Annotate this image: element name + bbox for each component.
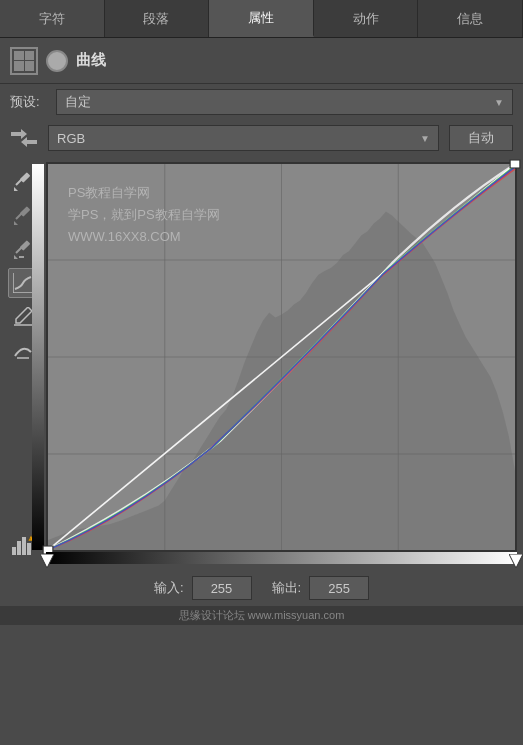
output-label: 输出: (272, 579, 302, 597)
svg-marker-10 (14, 255, 18, 259)
preset-row: 预设: 自定 ▼ (0, 84, 523, 120)
tab-properties[interactable]: 属性 (209, 0, 314, 37)
svg-line-3 (16, 179, 22, 185)
circle-mask-icon (46, 50, 68, 72)
curve-point-icon (13, 273, 33, 293)
input-group: 输入: 255 (154, 576, 252, 600)
histogram-warning-icon: ! (12, 535, 34, 555)
svg-marker-0 (11, 129, 27, 139)
svg-rect-2 (20, 172, 31, 183)
svg-marker-14 (16, 307, 32, 323)
gradient-bar-left (32, 164, 44, 550)
site-label: 思缘设计论坛 www.missyuan.com (0, 606, 523, 625)
gradient-bar-bottom (46, 552, 517, 564)
tab-info[interactable]: 信息 (418, 0, 523, 37)
adjustment-layer-icon (10, 47, 38, 75)
curves-grid (48, 164, 515, 550)
svg-rect-32 (510, 160, 520, 168)
svg-marker-34 (509, 554, 523, 568)
svg-marker-33 (40, 554, 54, 568)
smooth-icon (13, 342, 33, 360)
svg-rect-17 (12, 547, 16, 555)
channel-row: RGB ▼ 自动 (0, 120, 523, 156)
preset-select[interactable]: 自定 ▼ (56, 89, 513, 115)
auto-button[interactable]: 自动 (449, 125, 513, 151)
output-group: 输出: 255 (272, 576, 370, 600)
swap-arrows-icon (11, 127, 37, 149)
io-row: 输入: 255 输出: 255 (0, 570, 523, 606)
svg-rect-8 (20, 240, 31, 251)
svg-rect-18 (17, 541, 21, 555)
svg-line-9 (16, 247, 22, 253)
output-value[interactable]: 255 (309, 576, 369, 600)
channel-select[interactable]: RGB ▼ (48, 125, 439, 151)
svg-rect-20 (27, 543, 31, 555)
preset-label: 预设: (10, 93, 46, 111)
eyedropper-shadow-icon (14, 205, 32, 225)
chevron-down-icon: ▼ (420, 133, 430, 144)
highlight-handle[interactable] (509, 554, 523, 572)
svg-rect-19 (22, 537, 26, 555)
svg-marker-1 (21, 137, 37, 147)
tab-character[interactable]: 字符 (0, 0, 105, 37)
input-label: 输入: (154, 579, 184, 597)
svg-marker-7 (14, 221, 18, 225)
panel-title: 曲线 (76, 51, 106, 70)
curves-graph[interactable]: PS教程自学网 学PS，就到PS教程自学网 WWW.16XX8.COM (46, 162, 517, 552)
svg-line-6 (16, 213, 22, 219)
svg-rect-5 (20, 206, 31, 217)
input-value[interactable]: 255 (192, 576, 252, 600)
tab-paragraph[interactable]: 段落 (105, 0, 210, 37)
eyedropper-midtone-icon (14, 239, 32, 259)
graph-wrapper: PS教程自学网 学PS，就到PS教程自学网 WWW.16XX8.COM (46, 162, 517, 564)
svg-text:!: ! (29, 537, 30, 542)
channel-icon (10, 124, 38, 152)
tab-bar: 字符 段落 属性 动作 信息 (0, 0, 523, 38)
svg-marker-4 (14, 187, 18, 191)
pencil-icon (14, 307, 32, 327)
panel-header: 曲线 (0, 38, 523, 84)
curves-container: ! (0, 156, 523, 570)
tab-actions[interactable]: 动作 (314, 0, 419, 37)
eyedropper-icon (14, 171, 32, 191)
shadow-handle[interactable] (40, 554, 54, 572)
chevron-down-icon: ▼ (494, 97, 504, 108)
